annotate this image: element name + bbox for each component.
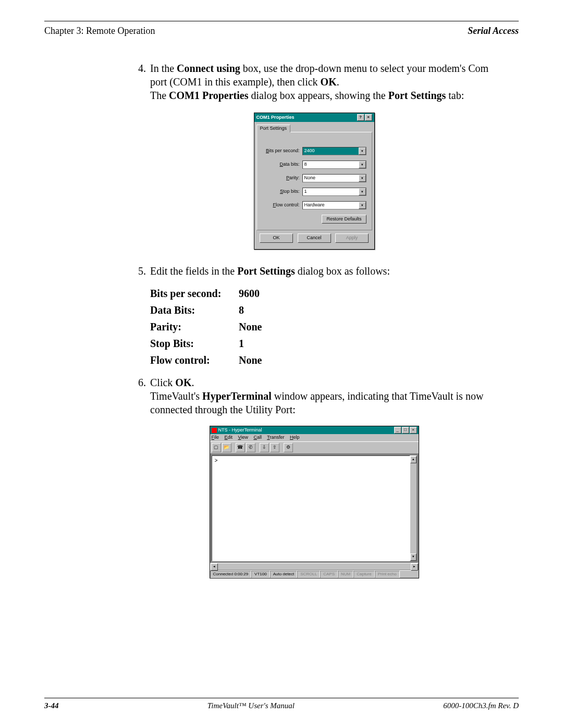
menu-call[interactable]: Call	[253, 435, 262, 440]
hyperterminal-window: NTS - HyperTerminal _ □ × File Edit View…	[210, 426, 419, 578]
s5-t2: dialog box as follows:	[295, 265, 390, 277]
data-bits-label: Data bits:	[262, 162, 302, 168]
flow-control-value: Hardware	[304, 202, 325, 208]
ht-toolbar: ▢ 📂 ☎ ✆ ⇩ ⇧ ⚙	[210, 441, 419, 454]
chevron-down-icon[interactable]: ▾	[359, 147, 366, 155]
chevron-down-icon[interactable]: ▾	[359, 175, 366, 182]
set-data-value: 8	[239, 302, 244, 318]
status-scroll: SCROLL	[297, 571, 320, 578]
status-echo: Print echo	[375, 571, 400, 578]
menu-file[interactable]: File	[212, 435, 219, 440]
scroll-up-icon[interactable]: ▴	[410, 456, 417, 463]
step-4: 4. In the Connect using box, use the dro…	[130, 61, 498, 102]
step-4-num: 4.	[130, 61, 150, 102]
minimize-icon[interactable]: _	[394, 427, 401, 434]
set-bps-label: Bits per second:	[150, 285, 239, 302]
com1-properties-dialog: COM1 Properties ? × Port Settings Bits p…	[254, 113, 375, 250]
page-header: Chapter 3: Remote Operation Serial Acces…	[44, 26, 519, 36]
s4-b1: Connect using	[177, 63, 240, 74]
s4-l2b: COM1 Properties	[169, 90, 248, 101]
app-icon	[212, 428, 217, 433]
chevron-down-icon[interactable]: ▾	[359, 188, 366, 195]
scroll-down-icon[interactable]: ▾	[410, 553, 417, 561]
vertical-scrollbar[interactable]: ▴ ▾	[410, 455, 417, 561]
ok-button[interactable]: OK	[260, 233, 293, 243]
close-icon[interactable]: ×	[365, 114, 372, 121]
status-emulation: VT100	[251, 571, 270, 578]
step-5-num: 5.	[130, 264, 150, 374]
menu-transfer[interactable]: Transfer	[267, 435, 284, 440]
menu-help[interactable]: Help	[290, 435, 300, 440]
status-connected: Connected 0:00:29	[210, 571, 252, 578]
ht-titlebar[interactable]: NTS - HyperTerminal _ □ ×	[210, 426, 419, 434]
scroll-right-icon[interactable]: ▸	[411, 563, 418, 571]
s4-l2e: tab:	[446, 90, 464, 101]
close-icon[interactable]: ×	[410, 427, 417, 434]
status-detect: Auto detect	[270, 571, 297, 578]
chevron-down-icon[interactable]: ▾	[359, 161, 366, 168]
dialog-titlebar[interactable]: COM1 Properties ? ×	[254, 113, 374, 122]
data-bits-value: 8	[304, 162, 307, 168]
maximize-icon[interactable]: □	[402, 427, 409, 434]
set-flow-value: None	[239, 352, 262, 368]
s4-b2: OK	[321, 76, 337, 88]
ht-title-text: NTS - HyperTerminal	[218, 427, 262, 434]
status-capture: Capture	[353, 571, 374, 578]
header-right: Serial Access	[468, 26, 519, 36]
bps-value: 2400	[304, 148, 315, 154]
page-number: 3-44	[44, 701, 59, 710]
footer-right: 6000-100Ch3.fm Rev. D	[443, 701, 519, 710]
data-bits-select[interactable]: 8 ▾	[302, 161, 366, 169]
terminal-prompt: >	[215, 458, 218, 464]
disconnect-icon[interactable]: ✆	[246, 443, 255, 452]
apply-button[interactable]: Apply	[335, 233, 369, 243]
s4-l2a: The	[150, 90, 169, 101]
set-parity-value: None	[239, 318, 262, 335]
connect-icon[interactable]: ☎	[236, 443, 245, 452]
footer-center: TimeVault™ User's Manual	[207, 701, 295, 710]
stop-bits-select[interactable]: 1 ▾	[302, 188, 366, 196]
horizontal-scrollbar[interactable]: ◂ ▸	[210, 563, 419, 570]
status-num: NUM	[338, 571, 353, 578]
ht-statusbar: Connected 0:00:29 VT100 Auto detect SCRO…	[210, 570, 419, 578]
port-settings-panel: Bits per second: 2400 ▾ Data bits: 8 ▾	[256, 132, 372, 231]
header-rule	[44, 21, 519, 21]
s6-l2a: TimeVault's	[150, 390, 202, 402]
ht-menubar: File Edit View Call Transfer Help	[210, 434, 419, 441]
set-flow-label: Flow control:	[150, 352, 239, 368]
set-parity-label: Parity:	[150, 318, 239, 335]
step-5: 5. Edit the fields in the Port Settings …	[130, 264, 498, 374]
menu-edit[interactable]: Edit	[225, 435, 233, 440]
bps-select[interactable]: 2400 ▾	[302, 147, 366, 155]
header-left: Chapter 3: Remote Operation	[44, 26, 155, 36]
receive-icon[interactable]: ⇧	[270, 443, 279, 452]
chevron-down-icon[interactable]: ▾	[359, 202, 366, 209]
dialog-title: COM1 Properties	[256, 115, 295, 121]
flow-control-label: Flow control:	[262, 202, 302, 208]
s4-l2c: dialog box appears, showing the	[248, 90, 388, 101]
port-settings-table: Bits per second:9600 Data Bits:8 Parity:…	[150, 285, 498, 368]
content-area: 4. In the Connect using box, use the dro…	[44, 61, 519, 578]
tab-port-settings[interactable]: Port Settings	[256, 125, 291, 132]
scroll-left-icon[interactable]: ◂	[211, 563, 218, 571]
flow-control-select[interactable]: Hardware ▾	[302, 201, 366, 209]
parity-label: Parity:	[262, 175, 302, 181]
parity-select[interactable]: None ▾	[302, 174, 366, 182]
s5-b1: Port Settings	[237, 265, 295, 277]
parity-value: None	[304, 175, 316, 181]
terminal-area[interactable]: >	[212, 455, 417, 561]
help-icon[interactable]: ?	[357, 114, 364, 121]
s6-b1: OK	[175, 377, 191, 388]
new-icon[interactable]: ▢	[212, 443, 221, 452]
stop-bits-label: Stop bits:	[262, 189, 302, 195]
open-icon[interactable]: 📂	[222, 443, 231, 452]
s4-t1: In the	[150, 63, 177, 74]
menu-view[interactable]: View	[238, 435, 248, 440]
restore-defaults-button[interactable]: Restore Defaults	[322, 215, 366, 224]
footer-rule	[44, 698, 519, 698]
properties-icon[interactable]: ⚙	[284, 443, 293, 452]
cancel-button[interactable]: Cancel	[298, 233, 331, 243]
step-6-num: 6.	[130, 376, 150, 416]
send-icon[interactable]: ⇩	[260, 443, 269, 452]
s5-t1: Edit the fields in the	[150, 265, 237, 277]
